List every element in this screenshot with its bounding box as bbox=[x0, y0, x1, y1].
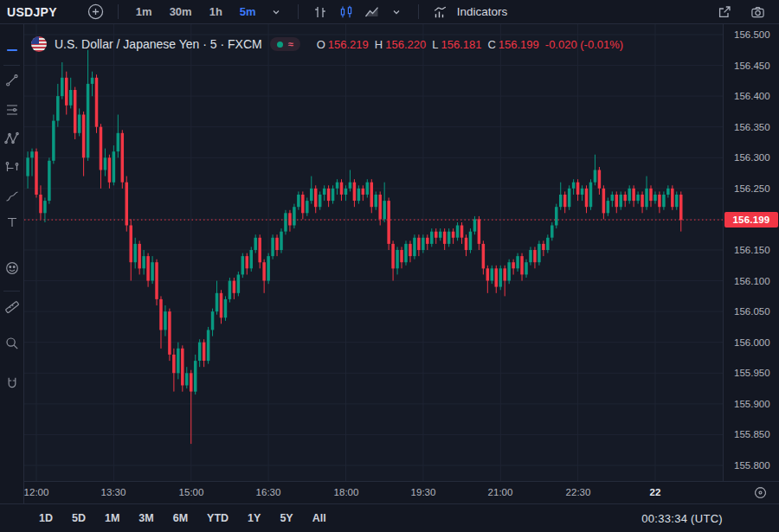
toolbar-divider bbox=[298, 4, 299, 19]
open-in-new-window-button[interactable] bbox=[713, 3, 736, 22]
candle-body bbox=[310, 189, 313, 201]
timeframe-dropdown-button[interactable] bbox=[265, 3, 287, 22]
range-button-ytd[interactable]: YTD bbox=[207, 512, 229, 524]
candle-body bbox=[271, 238, 274, 256]
candle-body bbox=[615, 195, 619, 207]
candle-body bbox=[203, 343, 206, 361]
candle-style-button-active[interactable] bbox=[335, 3, 357, 22]
range-button-all[interactable]: All bbox=[312, 512, 326, 524]
candle-body bbox=[297, 195, 300, 207]
timeframe-30m[interactable]: 30m bbox=[163, 3, 199, 22]
ruler-tool-button[interactable] bbox=[0, 295, 23, 319]
forecast-tool-button[interactable] bbox=[0, 155, 23, 179]
candle-body bbox=[237, 275, 241, 293]
range-button-6m[interactable]: 6M bbox=[173, 512, 188, 524]
candle-body bbox=[525, 262, 528, 274]
candle-body bbox=[267, 256, 270, 281]
text-tool-button[interactable] bbox=[0, 210, 23, 234]
candle-body bbox=[396, 250, 399, 268]
fib-retracement-tool-button[interactable] bbox=[0, 98, 23, 122]
candle-body bbox=[357, 189, 361, 201]
candle-body bbox=[151, 262, 154, 280]
crosshair-tool-button[interactable] bbox=[0, 38, 23, 62]
candle-body bbox=[155, 262, 158, 299]
candle-body bbox=[417, 238, 421, 250]
bar-style-button[interactable] bbox=[309, 3, 332, 22]
trend-line-tool-button[interactable] bbox=[0, 68, 23, 93]
range-button-1m[interactable]: 1M bbox=[105, 512, 119, 524]
candles-style-icon bbox=[338, 4, 354, 20]
market-status-pill[interactable]: ≈ bbox=[270, 37, 300, 51]
candle-body bbox=[258, 238, 261, 263]
time-axis[interactable]: 12:0013:3015:0016:3018:0019:3021:0022:30… bbox=[24, 481, 779, 503]
candle-body bbox=[619, 195, 622, 207]
indicators-label[interactable]: Indicators bbox=[457, 5, 508, 18]
candle-body bbox=[35, 151, 38, 195]
candle-body bbox=[538, 244, 541, 262]
symbol-title[interactable]: U.S. Dollar / Japanese Yen · 5 · FXCM bbox=[55, 37, 262, 51]
zoom-tool-button[interactable] bbox=[0, 331, 23, 356]
usdjpy-flag-icon bbox=[31, 36, 47, 52]
candle-body bbox=[568, 189, 571, 207]
low-value: 156.181 bbox=[441, 38, 481, 51]
axis-settings-button[interactable] bbox=[754, 486, 767, 501]
price-axis[interactable]: 156.199 156.500156.450156.400156.350156.… bbox=[723, 24, 779, 481]
candle-body bbox=[74, 90, 77, 133]
zoom-icon bbox=[4, 336, 20, 351]
top-toolbar: USDJPY 1m 30m 1h 5m bbox=[0, 0, 779, 24]
range-button-1d[interactable]: 1D bbox=[39, 512, 53, 524]
magnet-tool-button[interactable] bbox=[0, 371, 23, 395]
symbol-name[interactable]: USDJPY bbox=[7, 5, 57, 19]
candle-body bbox=[422, 238, 425, 250]
candle-body bbox=[87, 84, 90, 157]
time-tick-label: 12:00 bbox=[12, 487, 61, 497]
external-link-icon bbox=[717, 4, 732, 20]
candle-body bbox=[65, 78, 68, 106]
chart-style-dropdown-button[interactable] bbox=[385, 3, 408, 22]
candle-body bbox=[426, 238, 429, 244]
candle-body bbox=[327, 189, 331, 201]
range-button-1y[interactable]: 1Y bbox=[248, 512, 261, 524]
timeframe-5m-active[interactable]: 5m bbox=[233, 3, 263, 22]
candle-body bbox=[559, 195, 563, 207]
low-label: L bbox=[432, 38, 438, 51]
chevron-down-icon bbox=[271, 7, 281, 17]
magnet-icon bbox=[4, 375, 20, 391]
candle-body bbox=[177, 349, 180, 374]
candle-body bbox=[129, 226, 132, 263]
utc-clock[interactable]: 00:33:34 (UTC) bbox=[641, 512, 723, 525]
area-style-button[interactable] bbox=[361, 3, 383, 22]
candle-body bbox=[563, 195, 567, 207]
candlestick-chart[interactable] bbox=[24, 24, 723, 481]
candle-body bbox=[207, 330, 210, 362]
text-icon bbox=[4, 215, 20, 230]
timeframe-1m[interactable]: 1m bbox=[129, 3, 159, 22]
add-symbol-button[interactable] bbox=[85, 3, 107, 22]
xabcd-pattern-icon bbox=[4, 131, 20, 146]
candle-body bbox=[344, 189, 348, 195]
candle-body bbox=[39, 195, 42, 213]
range-button-5y[interactable]: 5Y bbox=[280, 512, 293, 524]
candle-body bbox=[607, 201, 610, 213]
emoji-icon bbox=[4, 260, 20, 276]
indicators-button[interactable] bbox=[429, 3, 452, 22]
screenshot-button[interactable] bbox=[746, 3, 769, 22]
candle-body bbox=[465, 238, 468, 250]
candle-body bbox=[48, 161, 51, 201]
timeframe-1h[interactable]: 1h bbox=[203, 3, 229, 22]
price-tick-label: 155.800 bbox=[734, 459, 770, 471]
candle-body bbox=[542, 244, 545, 250]
candle-body bbox=[486, 268, 490, 280]
range-button-3m[interactable]: 3M bbox=[138, 512, 153, 524]
time-tick-label: 18:00 bbox=[322, 487, 370, 497]
range-button-5d[interactable]: 5D bbox=[72, 512, 86, 524]
candle-body bbox=[662, 195, 666, 207]
time-tick-label: 13:30 bbox=[89, 487, 138, 497]
time-tick-label: 22 bbox=[631, 487, 679, 497]
brush-tool-button[interactable] bbox=[0, 184, 23, 208]
candle-body bbox=[602, 189, 606, 214]
emoji-tool-button[interactable] bbox=[0, 256, 23, 280]
candle-body bbox=[336, 183, 339, 189]
xabcd-pattern-tool-button[interactable] bbox=[0, 126, 23, 151]
candle-body bbox=[82, 115, 86, 158]
